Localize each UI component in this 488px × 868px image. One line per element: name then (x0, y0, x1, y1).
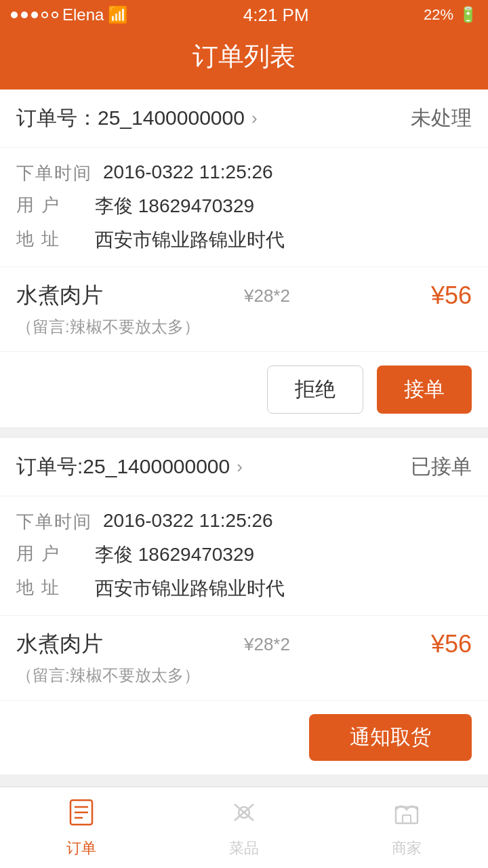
notify-button[interactable]: 通知取货 (309, 714, 472, 761)
item-note-1: （留言:辣椒不要放太多） (16, 316, 472, 338)
status-right: 22% 🔋 (424, 6, 477, 24)
reject-button[interactable]: 拒绝 (267, 366, 363, 414)
accept-button[interactable]: 接单 (377, 366, 472, 414)
order-header-1[interactable]: 订单号：25_1400000000 › 未处理 (0, 90, 488, 148)
status-time: 4:21 PM (243, 5, 309, 26)
nav-item-merchant[interactable]: 商家 (392, 797, 422, 859)
svg-rect-8 (403, 815, 411, 823)
item-name-2: 水煮肉片 (16, 629, 103, 659)
order-card-1: 订单号：25_1400000000 › 未处理 下单时间 2016-0322 1… (0, 90, 488, 427)
dot-5 (52, 12, 58, 18)
order-list: 订单号：25_1400000000 › 未处理 下单时间 2016-0322 1… (0, 90, 488, 868)
page-title: 订单列表 (192, 39, 296, 74)
order-chevron-1: › (251, 108, 258, 129)
order-card-2: 订单号:25_1400000000 › 已接单 下单时间 2016-0322 1… (0, 438, 488, 774)
item-price-1: ¥56 (431, 281, 472, 310)
carrier-name: Elena (62, 5, 104, 24)
battery-icon: 🔋 (459, 6, 477, 24)
order-address-row-2: 地 址 西安市锦业路锦业时代 (16, 576, 472, 601)
merchant-label: 商家 (392, 838, 422, 859)
bottom-navigation: 订单 菜品 商家 (0, 787, 488, 868)
time-value-1: 2016-0322 11:25:26 (103, 161, 472, 183)
order-details-1: 下单时间 2016-0322 11:25:26 用 户 李俊 186294703… (0, 148, 488, 267)
item-row-1: 水煮肉片 ¥28*2 ¥56 (16, 281, 472, 311)
time-label-1: 下单时间 (16, 161, 92, 185)
app-header: 订单列表 (0, 30, 488, 90)
order-header-2[interactable]: 订单号:25_1400000000 › 已接单 (0, 438, 488, 496)
status-left: Elena 📶 (11, 5, 128, 24)
dot-2 (21, 12, 28, 18)
user-label-1: 用 户 (16, 193, 84, 217)
nav-item-orders[interactable]: 订单 (66, 797, 96, 859)
order-item-1: 水煮肉片 ¥28*2 ¥56 （留言:辣椒不要放太多） (0, 267, 488, 352)
battery-text: 22% (424, 6, 453, 24)
address-label-1: 地 址 (16, 227, 84, 251)
menu-label: 菜品 (229, 838, 259, 859)
orders-label: 订单 (66, 838, 96, 859)
action-row-1: 拒绝 接单 (0, 352, 488, 427)
status-bar: Elena 📶 4:21 PM 22% 🔋 (0, 0, 488, 30)
order-number-label-2: 订单号:25_1400000000 (16, 453, 230, 481)
time-value-2: 2016-0322 11:25:26 (103, 510, 472, 532)
user-label-2: 用 户 (16, 542, 84, 566)
wifi-icon: 📶 (108, 5, 128, 24)
item-row-2: 水煮肉片 ¥28*2 ¥56 (16, 629, 472, 659)
menu-icon (229, 797, 259, 834)
order-status-2: 已接单 (411, 453, 472, 481)
order-time-row-2: 下单时间 2016-0322 11:25:26 (16, 510, 472, 534)
signal-dots (11, 12, 58, 18)
action-row-2: 通知取货 (0, 701, 488, 774)
address-value-1: 西安市锦业路锦业时代 (95, 227, 472, 253)
order-status-1: 未处理 (411, 104, 472, 132)
nav-item-menu[interactable]: 菜品 (229, 797, 259, 859)
user-value-1: 李俊 18629470329 (95, 193, 472, 219)
time-label-2: 下单时间 (16, 510, 92, 534)
item-price-2: ¥56 (431, 630, 472, 658)
orders-icon (66, 797, 96, 834)
item-name-1: 水煮肉片 (16, 281, 103, 311)
order-user-row-1: 用 户 李俊 18629470329 (16, 193, 472, 219)
merchant-icon (392, 797, 422, 834)
dot-4 (41, 12, 48, 18)
item-quantity-2: ¥28*2 (244, 634, 290, 655)
order-chevron-2: › (237, 456, 243, 477)
order-number-label-1: 订单号：25_1400000000 (16, 104, 245, 132)
order-item-2: 水煮肉片 ¥28*2 ¥56 （留言:辣椒不要放太多） (0, 616, 488, 701)
order-address-row-1: 地 址 西安市锦业路锦业时代 (16, 227, 472, 253)
order-time-row-1: 下单时间 2016-0322 11:25:26 (16, 161, 472, 185)
item-quantity-1: ¥28*2 (244, 285, 290, 307)
address-value-2: 西安市锦业路锦业时代 (95, 576, 472, 601)
dot-1 (11, 12, 18, 18)
dot-3 (31, 12, 38, 18)
order-details-2: 下单时间 2016-0322 11:25:26 用 户 李俊 186294703… (0, 496, 488, 616)
user-value-2: 李俊 18629470329 (95, 542, 472, 568)
order-user-row-2: 用 户 李俊 18629470329 (16, 542, 472, 568)
item-note-2: （留言:辣椒不要放太多） (16, 665, 472, 686)
address-label-2: 地 址 (16, 576, 84, 599)
